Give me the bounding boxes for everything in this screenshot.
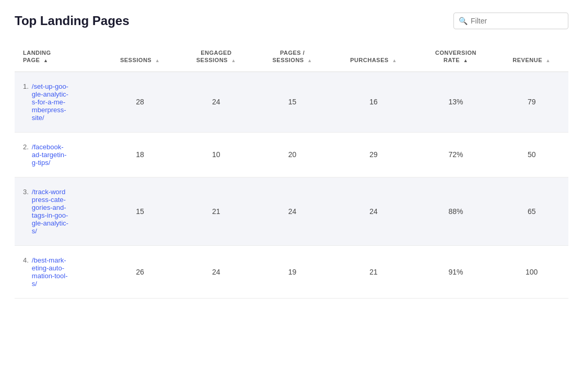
- landing-page-link[interactable]: /best-mark- eting-auto- mation-tool- s/: [32, 256, 68, 288]
- cell-sessions: 18: [102, 132, 178, 177]
- sort-arrow-engaged[interactable]: ▲: [231, 58, 236, 64]
- row-rank: 2.: [23, 143, 29, 151]
- filter-wrapper: 🔍: [453, 13, 568, 29]
- cell-pages-sessions: 24: [254, 177, 331, 245]
- col-header-landing-page: LANDINGPAGE ▲: [15, 44, 102, 72]
- sort-arrow-sessions[interactable]: ▲: [155, 58, 160, 64]
- table-row: 2./facebook- ad-targetin- g-tips/1810202…: [15, 132, 568, 177]
- cell-pages-sessions: 19: [254, 245, 331, 298]
- cell-landing-page: 4./best-mark- eting-auto- mation-tool- s…: [15, 245, 102, 298]
- sort-arrow-purchases[interactable]: ▲: [392, 58, 397, 64]
- cell-landing-page: 2./facebook- ad-targetin- g-tips/: [15, 132, 102, 177]
- cell-purchases: 29: [330, 132, 416, 177]
- sort-arrow-revenue[interactable]: ▲: [546, 58, 551, 64]
- col-header-conversion-rate: CONVERSIONRATE ▲: [417, 44, 495, 72]
- row-rank: 3.: [23, 188, 29, 196]
- col-header-purchases: PURCHASES ▲: [330, 44, 416, 72]
- cell-sessions: 15: [102, 177, 178, 245]
- header-row: LANDINGPAGE ▲ SESSIONS ▲ ENGAGEDSESSIONS…: [15, 44, 568, 72]
- table-row: 3./track-word press-cate- gories-and- ta…: [15, 177, 568, 245]
- cell-revenue: 100: [495, 245, 568, 298]
- row-rank: 1.: [23, 82, 29, 90]
- table-header: LANDINGPAGE ▲ SESSIONS ▲ ENGAGEDSESSIONS…: [15, 44, 568, 72]
- col-header-revenue: REVENUE ▲: [495, 44, 568, 72]
- landing-page-link[interactable]: /set-up-goo- gle-analytic- s-for-a-me- m…: [32, 82, 68, 122]
- landing-page-link[interactable]: /track-word press-cate- gories-and- tags…: [32, 188, 68, 235]
- sort-arrow-conversion[interactable]: ▲: [463, 58, 468, 64]
- cell-pages-sessions: 20: [254, 132, 331, 177]
- table-body: 1./set-up-goo- gle-analytic- s-for-a-me-…: [15, 72, 568, 298]
- cell-revenue: 50: [495, 132, 568, 177]
- cell-landing-page: 1./set-up-goo- gle-analytic- s-for-a-me-…: [15, 72, 102, 132]
- sort-arrow-landing[interactable]: ▲: [43, 58, 48, 64]
- page-title: Top Landing Pages: [15, 14, 130, 28]
- sort-arrow-pages[interactable]: ▲: [307, 58, 312, 64]
- cell-purchases: 21: [330, 245, 416, 298]
- cell-conversion-rate: 88%: [417, 177, 495, 245]
- cell-engaged-sessions: 24: [178, 72, 254, 132]
- cell-engaged-sessions: 21: [178, 177, 254, 245]
- cell-engaged-sessions: 10: [178, 132, 254, 177]
- col-header-sessions: SESSIONS ▲: [102, 44, 178, 72]
- col-header-engaged-sessions: ENGAGEDSESSIONS ▲: [178, 44, 254, 72]
- cell-landing-page: 3./track-word press-cate- gories-and- ta…: [15, 177, 102, 245]
- filter-input[interactable]: [453, 13, 568, 29]
- cell-pages-sessions: 15: [254, 72, 331, 132]
- table-row: 1./set-up-goo- gle-analytic- s-for-a-me-…: [15, 72, 568, 132]
- cell-purchases: 16: [330, 72, 416, 132]
- row-rank: 4.: [23, 256, 29, 264]
- cell-conversion-rate: 13%: [417, 72, 495, 132]
- landing-pages-table: LANDINGPAGE ▲ SESSIONS ▲ ENGAGEDSESSIONS…: [15, 44, 568, 299]
- table-row: 4./best-mark- eting-auto- mation-tool- s…: [15, 245, 568, 298]
- cell-purchases: 24: [330, 177, 416, 245]
- cell-revenue: 79: [495, 72, 568, 132]
- col-header-pages-sessions: PAGES /SESSIONS ▲: [254, 44, 331, 72]
- page-header: Top Landing Pages 🔍: [15, 13, 568, 29]
- cell-conversion-rate: 91%: [417, 245, 495, 298]
- cell-engaged-sessions: 24: [178, 245, 254, 298]
- cell-sessions: 28: [102, 72, 178, 132]
- cell-sessions: 26: [102, 245, 178, 298]
- landing-page-link[interactable]: /facebook- ad-targetin- g-tips/: [32, 143, 66, 167]
- cell-revenue: 65: [495, 177, 568, 245]
- cell-conversion-rate: 72%: [417, 132, 495, 177]
